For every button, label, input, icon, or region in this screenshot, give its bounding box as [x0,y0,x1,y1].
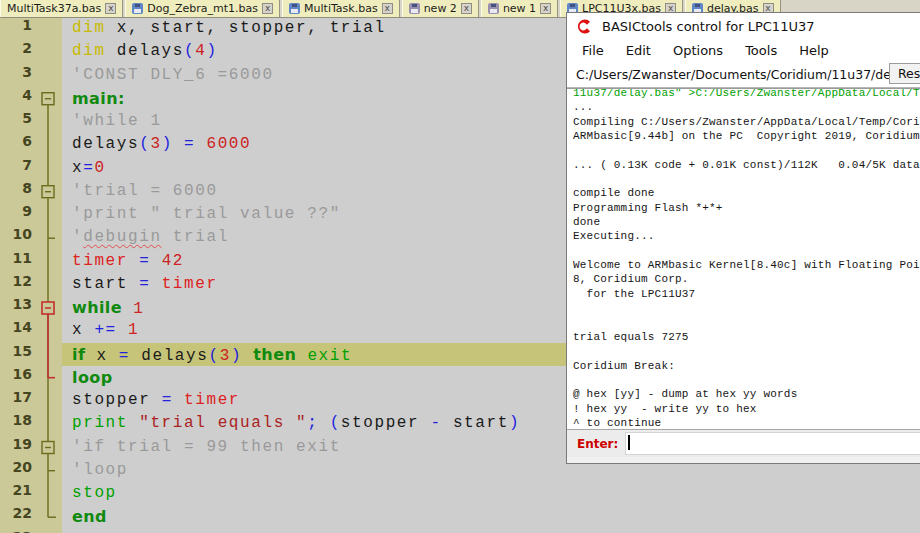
window-title: BASICtools control for LPC11U37 [602,19,814,34]
line-number: 15 [0,343,32,366]
line-number-gutter: 1234567891011121314151617181920212223 [0,17,62,533]
floppy-blue-icon [132,3,143,14]
line-number: 9 [0,203,32,226]
menu-tools[interactable]: Tools [734,43,788,58]
enter-label: Enter: [577,437,618,451]
fold-box-line13 [42,302,54,314]
fold-box-line8 [42,186,54,198]
code-line-23[interactable] [62,529,920,533]
line-number: 18 [0,412,32,435]
terminal-line: ^ to continue [573,416,920,429]
window-title-bar[interactable]: BASICtools control for LPC11U37 [567,13,920,40]
path-bar: C:/Users/Zwanster/Documents/Coridium/11u… [567,61,920,88]
line-number: 3 [0,64,32,87]
file-path: C:/Users/Zwanster/Documents/Coridium/11u… [576,67,920,82]
coridium-logo-icon [576,18,593,35]
terminal-line: trial equals 7275 [573,330,920,344]
menu-edit[interactable]: Edit [615,43,662,58]
tab-label: Dog_Zebra_mt1.bas [147,2,258,15]
terminal-line: 11u37/delay.bas" >C:/Users/Zwanster/AppD… [573,88,920,100]
tab-label: new 2 [424,2,457,15]
line-number: 17 [0,389,32,412]
line-number: 13 [0,296,32,319]
line-number: 1 [0,17,32,40]
terminal-line: ! hex yy - write yy to hex [573,402,920,416]
code-line-22[interactable]: end [62,505,920,528]
line-number: 20 [0,459,32,482]
terminal-line: Programming Flash *+*+ [573,201,920,215]
window-bottom-edge [567,457,920,463]
tab-label: MultiTask.bas [304,2,378,15]
menu-file[interactable]: File [571,43,615,58]
enter-input[interactable] [625,432,920,455]
tab-new 1[interactable]: new 1x [481,0,558,17]
line-number: 14 [0,319,32,342]
floppy-purple-icon [409,3,420,14]
restart-button[interactable]: Rest [889,63,920,84]
menu-bar: FileEditOptionsToolsHelp [567,40,920,61]
tab-label: new 1 [503,2,536,15]
line-number: 23 [0,529,32,533]
terminal-line: Compiling C:/Users/Zwanster/AppData/Loca… [573,115,920,129]
fold-box-line4 [42,93,54,105]
code-line-21[interactable]: stop [62,482,920,505]
tab-close-icon[interactable]: x [382,3,393,14]
line-number: 22 [0,505,32,528]
terminal-line: 8, Coridium Corp. [573,272,920,286]
line-number: 2 [0,40,32,63]
terminal-line: compile done [573,186,920,200]
line-number: 21 [0,482,32,505]
line-number: 11 [0,250,32,273]
terminal-line [573,316,920,330]
terminal-line: done [573,215,920,229]
tab-close-icon[interactable]: x [461,3,472,14]
tab-new 2[interactable]: new 2x [402,0,479,17]
terminal-line [573,373,920,387]
basictools-window: BASICtools control for LPC11U37 FileEdit… [566,12,920,464]
tab-close-icon[interactable]: x [105,3,116,14]
line-number: 4 [0,87,32,110]
line-number: 5 [0,110,32,133]
menu-help[interactable]: Help [788,43,840,58]
terminal-line [573,344,920,358]
tab-label: MultiTask37a.bas [7,2,101,15]
line-number: 16 [0,366,32,389]
floppy-blue-icon [289,3,300,14]
terminal-line: Welcome to ARMbasic Kernel[8.40c] with F… [573,258,920,272]
line-number: 7 [0,157,32,180]
terminal-output: 11u37/delay.bas" >C:/Users/Zwanster/AppD… [567,88,920,429]
terminal-line: ... ( 0.13K code + 0.01K const)/112K 0.0… [573,158,920,172]
terminal-line [573,244,920,258]
line-number: 6 [0,133,32,156]
line-number: 19 [0,436,32,459]
terminal-line: for the LPC11U37 [573,287,920,301]
fold-margin[interactable] [36,17,62,533]
line-number: 12 [0,273,32,296]
line-number: 8 [0,180,32,203]
tab-close-icon[interactable]: x [540,3,551,14]
fold-box-line19 [42,442,54,454]
tab-MultiTask37a.bas[interactable]: MultiTask37a.basx [0,0,123,17]
floppy-purple-icon [488,3,499,14]
menu-options[interactable]: Options [662,43,734,58]
terminal-line: Executing... [573,229,920,243]
line-number: 10 [0,226,32,249]
terminal-line: @ hex [yy] - dump at hex yy words [573,387,920,401]
terminal-line: ARMbasic[9.44b] on the PC Copyright 2019… [573,129,920,143]
terminal-line [573,301,920,315]
terminal-line: Coridium Break: [573,359,920,373]
tab-close-icon[interactable]: x [262,3,273,14]
terminal-line [573,143,920,157]
tab-Dog_Zebra_mt1.bas[interactable]: Dog_Zebra_mt1.basx [125,0,280,17]
enter-row: Enter: [567,429,920,457]
text-caret [628,435,630,450]
tab-MultiTask.bas[interactable]: MultiTask.basx [282,0,400,17]
terminal-line [573,172,920,186]
terminal-line: ... [573,100,920,114]
